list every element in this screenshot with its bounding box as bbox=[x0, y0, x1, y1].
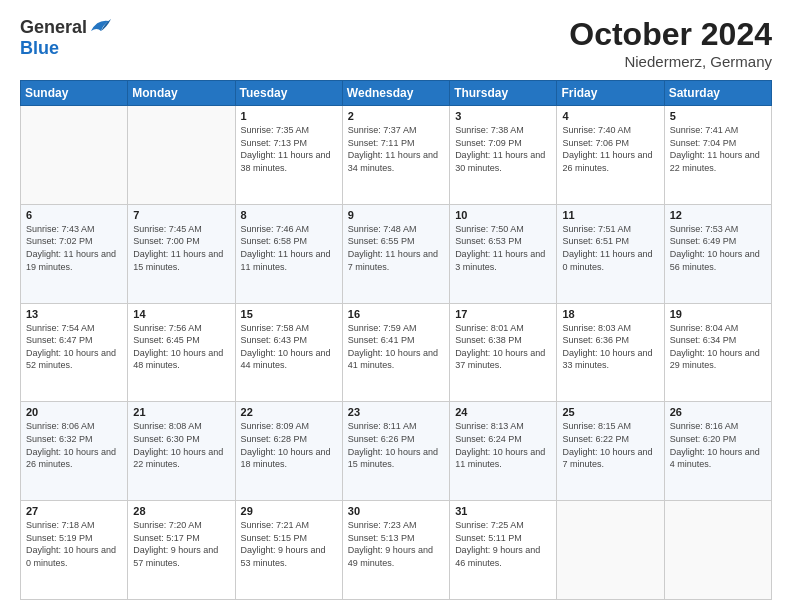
calendar-cell: 16Sunrise: 7:59 AM Sunset: 6:41 PM Dayli… bbox=[342, 303, 449, 402]
day-number: 15 bbox=[241, 308, 337, 320]
day-info: Sunrise: 7:45 AM Sunset: 7:00 PM Dayligh… bbox=[133, 223, 229, 273]
day-info: Sunrise: 7:58 AM Sunset: 6:43 PM Dayligh… bbox=[241, 322, 337, 372]
calendar-cell bbox=[128, 106, 235, 205]
weekday-header: Saturday bbox=[664, 81, 771, 106]
logo-blue: Blue bbox=[20, 38, 59, 59]
day-info: Sunrise: 7:23 AM Sunset: 5:13 PM Dayligh… bbox=[348, 519, 444, 569]
day-number: 19 bbox=[670, 308, 766, 320]
day-info: Sunrise: 7:35 AM Sunset: 7:13 PM Dayligh… bbox=[241, 124, 337, 174]
day-info: Sunrise: 7:56 AM Sunset: 6:45 PM Dayligh… bbox=[133, 322, 229, 372]
calendar-cell: 1Sunrise: 7:35 AM Sunset: 7:13 PM Daylig… bbox=[235, 106, 342, 205]
day-number: 4 bbox=[562, 110, 658, 122]
calendar-cell bbox=[664, 501, 771, 600]
day-number: 5 bbox=[670, 110, 766, 122]
day-info: Sunrise: 8:15 AM Sunset: 6:22 PM Dayligh… bbox=[562, 420, 658, 470]
day-number: 8 bbox=[241, 209, 337, 221]
day-number: 11 bbox=[562, 209, 658, 221]
title-block: October 2024 Niedermerz, Germany bbox=[569, 16, 772, 70]
page: General Blue October 2024 Niedermerz, Ge… bbox=[0, 0, 792, 612]
weekday-header: Thursday bbox=[450, 81, 557, 106]
calendar-cell: 8Sunrise: 7:46 AM Sunset: 6:58 PM Daylig… bbox=[235, 204, 342, 303]
day-number: 1 bbox=[241, 110, 337, 122]
location: Niedermerz, Germany bbox=[569, 53, 772, 70]
month-title: October 2024 bbox=[569, 16, 772, 53]
weekday-header: Wednesday bbox=[342, 81, 449, 106]
day-info: Sunrise: 8:01 AM Sunset: 6:38 PM Dayligh… bbox=[455, 322, 551, 372]
day-number: 31 bbox=[455, 505, 551, 517]
calendar-cell bbox=[557, 501, 664, 600]
day-info: Sunrise: 7:59 AM Sunset: 6:41 PM Dayligh… bbox=[348, 322, 444, 372]
calendar-cell: 17Sunrise: 8:01 AM Sunset: 6:38 PM Dayli… bbox=[450, 303, 557, 402]
day-info: Sunrise: 8:16 AM Sunset: 6:20 PM Dayligh… bbox=[670, 420, 766, 470]
calendar-cell: 27Sunrise: 7:18 AM Sunset: 5:19 PM Dayli… bbox=[21, 501, 128, 600]
calendar-cell: 3Sunrise: 7:38 AM Sunset: 7:09 PM Daylig… bbox=[450, 106, 557, 205]
day-number: 2 bbox=[348, 110, 444, 122]
calendar-cell: 4Sunrise: 7:40 AM Sunset: 7:06 PM Daylig… bbox=[557, 106, 664, 205]
weekday-header: Friday bbox=[557, 81, 664, 106]
day-info: Sunrise: 8:11 AM Sunset: 6:26 PM Dayligh… bbox=[348, 420, 444, 470]
calendar-cell: 30Sunrise: 7:23 AM Sunset: 5:13 PM Dayli… bbox=[342, 501, 449, 600]
day-number: 10 bbox=[455, 209, 551, 221]
calendar-cell: 22Sunrise: 8:09 AM Sunset: 6:28 PM Dayli… bbox=[235, 402, 342, 501]
calendar-cell: 14Sunrise: 7:56 AM Sunset: 6:45 PM Dayli… bbox=[128, 303, 235, 402]
day-info: Sunrise: 7:51 AM Sunset: 6:51 PM Dayligh… bbox=[562, 223, 658, 273]
calendar-week-row: 13Sunrise: 7:54 AM Sunset: 6:47 PM Dayli… bbox=[21, 303, 772, 402]
weekday-header: Tuesday bbox=[235, 81, 342, 106]
day-number: 14 bbox=[133, 308, 229, 320]
calendar-week-row: 27Sunrise: 7:18 AM Sunset: 5:19 PM Dayli… bbox=[21, 501, 772, 600]
calendar-cell: 11Sunrise: 7:51 AM Sunset: 6:51 PM Dayli… bbox=[557, 204, 664, 303]
day-info: Sunrise: 8:06 AM Sunset: 6:32 PM Dayligh… bbox=[26, 420, 122, 470]
calendar-cell: 9Sunrise: 7:48 AM Sunset: 6:55 PM Daylig… bbox=[342, 204, 449, 303]
calendar-week-row: 20Sunrise: 8:06 AM Sunset: 6:32 PM Dayli… bbox=[21, 402, 772, 501]
day-info: Sunrise: 7:25 AM Sunset: 5:11 PM Dayligh… bbox=[455, 519, 551, 569]
calendar-header-row: SundayMondayTuesdayWednesdayThursdayFrid… bbox=[21, 81, 772, 106]
day-number: 17 bbox=[455, 308, 551, 320]
calendar-cell: 26Sunrise: 8:16 AM Sunset: 6:20 PM Dayli… bbox=[664, 402, 771, 501]
calendar-cell: 31Sunrise: 7:25 AM Sunset: 5:11 PM Dayli… bbox=[450, 501, 557, 600]
day-number: 22 bbox=[241, 406, 337, 418]
day-info: Sunrise: 7:54 AM Sunset: 6:47 PM Dayligh… bbox=[26, 322, 122, 372]
day-info: Sunrise: 7:48 AM Sunset: 6:55 PM Dayligh… bbox=[348, 223, 444, 273]
day-number: 26 bbox=[670, 406, 766, 418]
calendar-table: SundayMondayTuesdayWednesdayThursdayFrid… bbox=[20, 80, 772, 600]
weekday-header: Monday bbox=[128, 81, 235, 106]
header: General Blue October 2024 Niedermerz, Ge… bbox=[20, 16, 772, 70]
day-info: Sunrise: 8:03 AM Sunset: 6:36 PM Dayligh… bbox=[562, 322, 658, 372]
calendar-cell: 15Sunrise: 7:58 AM Sunset: 6:43 PM Dayli… bbox=[235, 303, 342, 402]
day-number: 30 bbox=[348, 505, 444, 517]
day-info: Sunrise: 7:46 AM Sunset: 6:58 PM Dayligh… bbox=[241, 223, 337, 273]
calendar-cell: 2Sunrise: 7:37 AM Sunset: 7:11 PM Daylig… bbox=[342, 106, 449, 205]
day-info: Sunrise: 8:08 AM Sunset: 6:30 PM Dayligh… bbox=[133, 420, 229, 470]
day-info: Sunrise: 8:09 AM Sunset: 6:28 PM Dayligh… bbox=[241, 420, 337, 470]
calendar-cell: 24Sunrise: 8:13 AM Sunset: 6:24 PM Dayli… bbox=[450, 402, 557, 501]
day-number: 3 bbox=[455, 110, 551, 122]
day-info: Sunrise: 8:04 AM Sunset: 6:34 PM Dayligh… bbox=[670, 322, 766, 372]
day-number: 23 bbox=[348, 406, 444, 418]
day-number: 25 bbox=[562, 406, 658, 418]
calendar-week-row: 1Sunrise: 7:35 AM Sunset: 7:13 PM Daylig… bbox=[21, 106, 772, 205]
day-info: Sunrise: 7:38 AM Sunset: 7:09 PM Dayligh… bbox=[455, 124, 551, 174]
calendar-cell: 23Sunrise: 8:11 AM Sunset: 6:26 PM Dayli… bbox=[342, 402, 449, 501]
calendar-cell: 25Sunrise: 8:15 AM Sunset: 6:22 PM Dayli… bbox=[557, 402, 664, 501]
day-number: 21 bbox=[133, 406, 229, 418]
calendar-cell: 12Sunrise: 7:53 AM Sunset: 6:49 PM Dayli… bbox=[664, 204, 771, 303]
day-info: Sunrise: 7:41 AM Sunset: 7:04 PM Dayligh… bbox=[670, 124, 766, 174]
calendar-cell: 5Sunrise: 7:41 AM Sunset: 7:04 PM Daylig… bbox=[664, 106, 771, 205]
calendar-cell: 18Sunrise: 8:03 AM Sunset: 6:36 PM Dayli… bbox=[557, 303, 664, 402]
day-number: 24 bbox=[455, 406, 551, 418]
calendar-cell: 19Sunrise: 8:04 AM Sunset: 6:34 PM Dayli… bbox=[664, 303, 771, 402]
day-info: Sunrise: 7:43 AM Sunset: 7:02 PM Dayligh… bbox=[26, 223, 122, 273]
day-number: 12 bbox=[670, 209, 766, 221]
day-info: Sunrise: 7:37 AM Sunset: 7:11 PM Dayligh… bbox=[348, 124, 444, 174]
day-number: 18 bbox=[562, 308, 658, 320]
day-number: 7 bbox=[133, 209, 229, 221]
calendar-cell: 28Sunrise: 7:20 AM Sunset: 5:17 PM Dayli… bbox=[128, 501, 235, 600]
calendar-cell: 6Sunrise: 7:43 AM Sunset: 7:02 PM Daylig… bbox=[21, 204, 128, 303]
day-number: 13 bbox=[26, 308, 122, 320]
day-number: 6 bbox=[26, 209, 122, 221]
calendar-cell: 29Sunrise: 7:21 AM Sunset: 5:15 PM Dayli… bbox=[235, 501, 342, 600]
day-number: 28 bbox=[133, 505, 229, 517]
calendar-cell: 20Sunrise: 8:06 AM Sunset: 6:32 PM Dayli… bbox=[21, 402, 128, 501]
calendar-cell: 13Sunrise: 7:54 AM Sunset: 6:47 PM Dayli… bbox=[21, 303, 128, 402]
day-info: Sunrise: 7:50 AM Sunset: 6:53 PM Dayligh… bbox=[455, 223, 551, 273]
